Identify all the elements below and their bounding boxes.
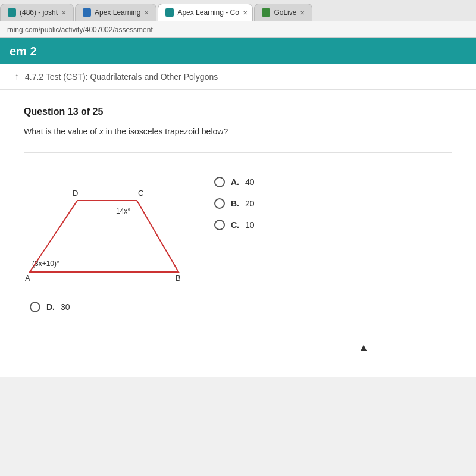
answers-right: A. 40 B. 20 C. 10 [214,177,255,230]
answer-letter-a: A. [231,177,239,187]
cursor-icon: ▲ [358,342,369,354]
tab-label-3: Apex Learning - Co [177,8,239,17]
tab-close-2[interactable]: ✕ [144,10,149,16]
radio-b[interactable] [214,198,225,209]
breadcrumb-bar: ↑ 4.7.2 Test (CST): Quadrilaterals and O… [0,64,476,90]
breadcrumb-text: 4.7.2 Test (CST): Quadrilaterals and Oth… [25,72,218,82]
tab-favicon-4 [262,8,270,17]
question-text: What is the value of x in the isosceles … [24,126,452,138]
tab-1[interactable]: (486) - josht ✕ [0,4,74,21]
cursor-area: ▲ [24,312,452,360]
svg-text:14x°: 14x° [116,207,130,215]
page-wrapper: (486) - josht ✕ Apex Learning ✕ Apex Lea… [0,0,476,476]
tab-favicon-3 [165,8,174,17]
tab-2[interactable]: Apex Learning ✕ [75,4,156,21]
answer-option-b[interactable]: B. 20 [214,198,255,209]
browser-tabs: (486) - josht ✕ Apex Learning ✕ Apex Lea… [0,0,476,21]
svg-text:B: B [176,274,181,283]
svg-text:D: D [73,189,78,198]
address-bar[interactable]: rning.com/public/activity/4007002/assess… [0,21,476,38]
question-area: D C A B 14x° (3x+10)° A. 40 [24,152,452,284]
breadcrumb-icon: ↑ [14,71,19,82]
tab-favicon-2 [83,8,91,17]
answer-letter-d: D. [46,302,55,312]
answer-value-d: 30 [61,302,70,312]
tab-label-2: Apex Learning [95,8,140,17]
question-header: Question 13 of 25 [24,107,452,117]
answer-value-a: 40 [245,177,255,187]
tab-label-4: GoLive [274,8,296,17]
answer-letter-c: C. [231,220,239,230]
address-text: rning.com/public/activity/4007002/assess… [7,26,153,34]
radio-c[interactable] [214,220,225,230]
radio-d[interactable] [30,302,40,312]
trapezoid-svg: D C A B 14x° (3x+10)° [24,165,190,290]
svg-text:(3x+10)°: (3x+10)° [32,259,60,268]
tab-close-3[interactable]: ✕ [243,10,248,16]
answer-letter-b: B. [231,199,239,208]
answer-value-c: 10 [245,220,255,230]
tab-favicon-1 [8,8,16,17]
answer-option-a[interactable]: A. 40 [214,177,255,187]
tab-close-4[interactable]: ✕ [300,10,305,16]
content-section: Question 13 of 25 What is the value of x… [0,90,476,377]
site-header-text: em 2 [10,45,37,58]
tab-3[interactable]: Apex Learning - Co ✕ [158,4,253,21]
answer-option-c[interactable]: C. 10 [214,220,255,230]
tab-label-1: (486) - josht [20,8,58,17]
svg-text:C: C [138,189,143,198]
trapezoid-container: D C A B 14x° (3x+10)° [24,165,190,284]
answer-value-b: 20 [245,199,255,208]
svg-text:A: A [25,274,30,283]
question-text-after: in the isosceles trapezoid below? [104,127,228,136]
tab-4[interactable]: GoLive ✕ [254,4,312,21]
tab-close-1[interactable]: ✕ [61,10,66,16]
site-header: em 2 [0,38,476,64]
radio-a[interactable] [214,177,225,187]
question-variable: x [99,127,104,136]
answer-option-d[interactable]: D. 30 [24,302,452,312]
question-text-before: What is the value of [24,127,99,136]
